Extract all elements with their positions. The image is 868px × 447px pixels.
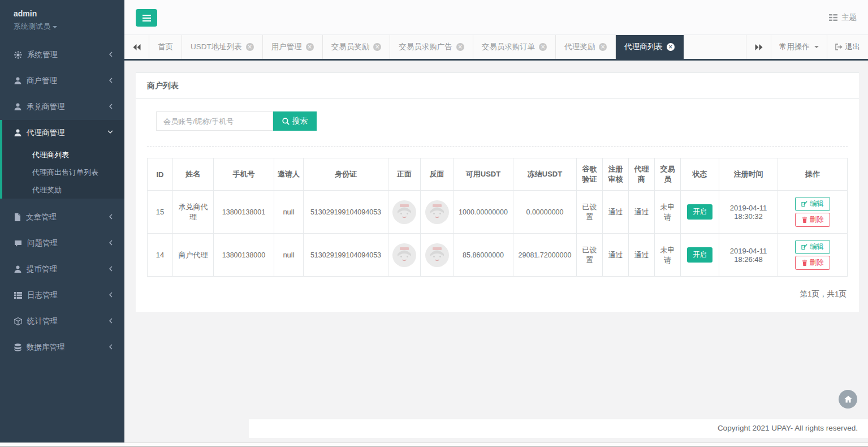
back-home-button[interactable] <box>839 390 857 409</box>
sidebar-item-question[interactable]: 问题管理 <box>0 230 124 256</box>
chevron-left-icon <box>109 51 113 57</box>
idcard-back-photo[interactable] <box>425 200 449 224</box>
close-icon[interactable]: × <box>599 43 607 51</box>
sidebar-item-system[interactable]: 系统管理 <box>0 42 124 68</box>
merchant-list-panel: 商户列表 搜索 <box>136 72 859 312</box>
cell-agent: 通过 <box>629 234 655 277</box>
cell-actions: 编辑 删除 <box>778 234 848 277</box>
main-area: 主题 首页 USDT地址列表× 用户管理× 交易员奖励× 交易员求购广告× 交易… <box>124 0 868 442</box>
sidebar-item-database[interactable]: 数据库管理 <box>0 334 124 360</box>
col-header: 操作 <box>778 158 848 191</box>
chevron-down-icon <box>53 26 57 28</box>
col-header: 正面 <box>388 158 421 191</box>
merchant-table: ID 姓名 手机号 邀请人 身份证 正面 反面 可用USDT 冻结USDT 谷歌… <box>147 158 848 277</box>
table-header-row: ID 姓名 手机号 邀请人 身份证 正面 反面 可用USDT 冻结USDT 谷歌… <box>148 158 848 191</box>
chevron-left-icon <box>109 214 113 220</box>
delete-button[interactable]: 删除 <box>795 256 830 270</box>
cell-register-time: 2019-04-11 18:30:32 <box>719 191 778 234</box>
user-icon <box>14 103 21 111</box>
cell-google-auth: 已设置 <box>577 191 603 234</box>
idcard-back-photo[interactable] <box>425 243 449 267</box>
col-header: 冻结USDT <box>513 158 577 191</box>
tab-user-management[interactable]: 用户管理× <box>263 35 323 59</box>
tab-trader-buy-ads[interactable]: 交易员求购广告× <box>390 35 473 59</box>
cell-status: 开启 <box>681 234 719 277</box>
search-input[interactable] <box>156 111 273 131</box>
footer: Copyright 2021 UPAY- All rights reserved… <box>249 419 868 438</box>
col-header: 可用USDT <box>454 158 513 191</box>
chevron-down-icon <box>814 46 819 48</box>
cell-name: 承兑商代理 <box>173 191 214 234</box>
chevron-left-icon <box>109 344 113 350</box>
cell-idcard: 513029199104094053 <box>304 234 388 277</box>
delete-button[interactable]: 删除 <box>795 213 830 227</box>
sidebar-item-withdraw[interactable]: 提币管理 <box>0 256 124 282</box>
idcard-front-photo[interactable] <box>392 200 416 224</box>
close-icon[interactable]: × <box>539 43 547 51</box>
col-header: 邀请人 <box>274 158 304 191</box>
chevron-left-icon <box>109 266 113 272</box>
search-icon <box>282 118 290 125</box>
hamburger-icon <box>142 15 151 22</box>
cell-idcard-back <box>421 234 454 277</box>
sidebar-subitem-agent-reward[interactable]: 代理奖励 <box>2 181 124 199</box>
col-header: 注册审核 <box>603 158 629 191</box>
cell-register-time: 2019-04-11 18:26:48 <box>719 234 778 277</box>
col-header: 身份证 <box>304 158 388 191</box>
cell-phone: 13800138000 <box>214 234 274 277</box>
close-icon[interactable]: × <box>306 43 314 51</box>
edit-button[interactable]: 编辑 <box>795 197 830 211</box>
col-header: 谷歌验证 <box>577 158 603 191</box>
sidebar-item-log[interactable]: 日志管理 <box>0 282 124 308</box>
cell-register-audit: 通过 <box>603 234 629 277</box>
logout-button[interactable]: 退出 <box>827 35 868 59</box>
idcard-front-photo[interactable] <box>392 243 416 267</box>
tab-usdt-address-list[interactable]: USDT地址列表× <box>182 35 263 59</box>
user-role-dropdown[interactable]: 系统测试员 <box>14 22 113 32</box>
sidebar-item-acceptor[interactable]: 承兑商管理 <box>0 94 124 120</box>
panel-title: 商户列表 <box>147 81 848 91</box>
cell-idcard-front <box>388 191 421 234</box>
cell-actions: 编辑 删除 <box>778 191 848 234</box>
cell-frozen-usdt: 29081.72000000 <box>513 234 577 277</box>
theme-icon <box>829 14 837 21</box>
comment-icon <box>14 240 22 247</box>
col-header: 注册时间 <box>719 158 778 191</box>
chevron-left-icon <box>109 104 113 109</box>
tab-home[interactable]: 首页 <box>149 35 182 59</box>
sidebar-subitem-agent-sell-orders[interactable]: 代理商出售订单列表 <box>2 164 124 181</box>
sidebar-item-agent[interactable]: 代理商管理 <box>2 120 124 146</box>
tab-agent-reward[interactable]: 代理奖励× <box>556 35 616 59</box>
tab-agent-list[interactable]: 代理商列表× <box>616 35 684 59</box>
close-icon[interactable]: × <box>373 43 381 51</box>
close-icon[interactable]: × <box>246 43 254 51</box>
sidebar-subitem-agent-list[interactable]: 代理商列表 <box>2 146 124 164</box>
home-icon <box>844 396 852 403</box>
sidebar-item-article[interactable]: 文章管理 <box>0 204 124 230</box>
cell-google-auth: 已设置 <box>577 234 603 277</box>
search-button[interactable]: 搜索 <box>273 111 317 131</box>
col-header: 姓名 <box>173 158 214 191</box>
sidebar-item-stats[interactable]: 统计管理 <box>0 308 124 334</box>
edit-button[interactable]: 编辑 <box>795 240 830 254</box>
close-icon[interactable]: × <box>456 43 464 51</box>
tabbar-spacer <box>684 35 746 59</box>
tab-trader-buy-orders[interactable]: 交易员求购订单× <box>473 35 556 59</box>
cell-idcard: 513029199104094053 <box>304 191 388 234</box>
sidebar-item-merchant[interactable]: 商户管理 <box>0 68 124 94</box>
common-actions-dropdown[interactable]: 常用操作 <box>771 35 827 59</box>
tab-trader-reward[interactable]: 交易员奖励× <box>323 35 391 59</box>
theme-button[interactable]: 主题 <box>829 12 857 23</box>
cell-trader: 未申请 <box>655 191 681 234</box>
sidebar-toggle-button[interactable] <box>136 9 157 27</box>
panel-body: 搜索 ID 姓名 手机号 <box>136 99 859 312</box>
chevron-down-icon <box>107 130 113 134</box>
top-bar: 主题 <box>124 0 868 35</box>
col-header: 反面 <box>421 158 454 191</box>
status-badge[interactable]: 开启 <box>687 247 712 263</box>
tabs-scroll-right-button[interactable] <box>746 35 771 59</box>
tabs-scroll-left-button[interactable] <box>124 35 149 59</box>
cell-id: 14 <box>148 234 173 277</box>
close-icon[interactable]: × <box>667 43 675 51</box>
status-badge[interactable]: 开启 <box>687 204 712 220</box>
